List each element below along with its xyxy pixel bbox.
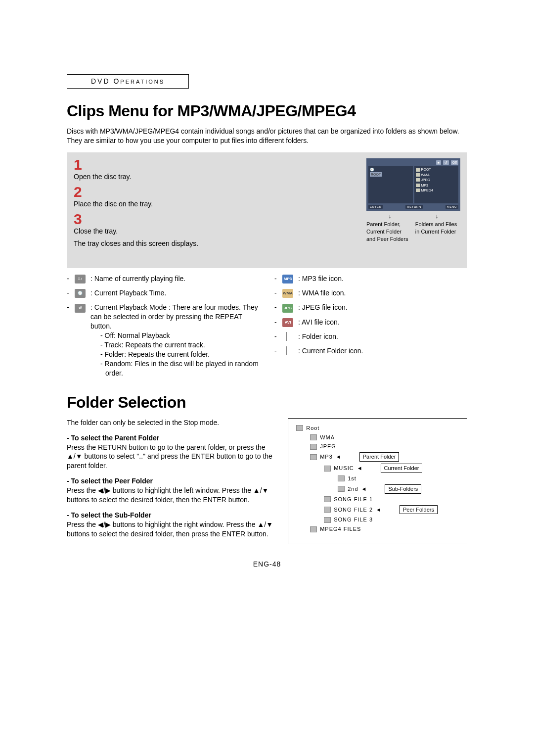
tree-node: 1st: [348, 475, 356, 482]
tree-node: MP3: [320, 453, 333, 461]
tree-node: SONG FILE 1: [334, 496, 373, 503]
tree-node: MUSIC: [334, 465, 354, 472]
folder-icon: [416, 184, 420, 187]
folder-icon: [324, 466, 331, 472]
folder-icon: [310, 434, 317, 440]
mock-enter-label: ENTER: [368, 205, 383, 209]
legend-text: Current Playback Mode : There are four m…: [90, 303, 258, 330]
mock-off-label: Off: [451, 160, 458, 165]
tree-node: SONG FILE 2: [334, 506, 373, 514]
tree-node: JPEG: [320, 443, 336, 450]
callout-parent: Parent Folder: [359, 452, 400, 462]
current-folder-icon: [286, 346, 287, 355]
mock-right-panel: ROOT WMA JPEG MP3 MPEG4: [414, 166, 459, 203]
heading-clips-menu: Clips Menu for MP3/WMA/JPEG/MPEG4: [67, 100, 467, 122]
mock-repeat-icon: ↺: [443, 160, 449, 165]
folder-paragraph: Press the ◀/▶ buttons to highlight the l…: [67, 486, 268, 504]
folder-icon: [416, 178, 420, 182]
tree-node: 2nd: [348, 485, 358, 493]
mock-left-panel: 🕘 ROOT: [368, 166, 413, 203]
folder-icon: [324, 517, 331, 523]
nowplaying-icon: ≡♪: [75, 275, 86, 284]
mp3-icon: MP3: [282, 275, 293, 284]
mock-item: MPEG4: [421, 188, 434, 192]
tree-node: WMA: [320, 434, 335, 441]
mock-root-left: ROOT: [370, 172, 382, 177]
folder-icon: [338, 486, 345, 492]
folder-paragraph: Press the RETURN button to go to the par…: [67, 443, 272, 470]
mock-item: MP3: [421, 183, 428, 188]
tree-node: SONG FILE 3: [334, 516, 373, 523]
arrow-left-icon: ◄: [376, 506, 382, 514]
section-header: DVD OPERATIONS: [67, 74, 189, 89]
mock-item: ROOT: [421, 167, 431, 172]
folder-sub-heading: - To select the Parent Folder: [67, 434, 159, 442]
folder-icon: [324, 507, 331, 513]
legend-text: : AVI file icon.: [298, 318, 340, 327]
mock-menu-label: MENU: [445, 205, 458, 209]
mock-item: JPEG: [421, 178, 430, 182]
tree-node: MPEG4 FILES: [320, 525, 361, 533]
avi-icon: AVI: [282, 318, 293, 327]
page-number: ENG-48: [67, 560, 467, 569]
arrow-left-icon: ◄: [361, 485, 367, 493]
legend-text: Current Playback Time.: [94, 289, 167, 297]
heading-folder-selection: Folder Selection: [67, 392, 467, 413]
folder-icon: [416, 189, 420, 192]
mock-caption-left: Parent Folder, Current Folder and Peer F…: [366, 221, 411, 243]
folder-tree-diagram: Root WMA JPEG MP3◄Parent Folder MUSIC◄Cu…: [288, 418, 467, 544]
steps-panel: 1 Open the disc tray. 2 Place the disc o…: [67, 152, 467, 268]
icon-legend-right: -MP3: MP3 file icon. -WMA: WMA file icon…: [274, 274, 467, 383]
legend-text: : JPEG file icon.: [298, 303, 348, 312]
mock-caption-right: Folders and Files in Current Folder: [415, 221, 460, 243]
intro-paragraph: Discs with MP3/WMA/JPEG/MPEG4 contain in…: [67, 127, 467, 145]
folder-lead: The folder can only be selected in the S…: [67, 418, 275, 427]
folder-icon: [324, 496, 331, 502]
arrow-down-icon: ↓: [435, 212, 439, 221]
wma-icon: WMA: [282, 289, 293, 298]
arrow-left-icon: ◄: [357, 465, 363, 472]
jpeg-icon: JPG: [282, 304, 293, 313]
callout-peer: Peer Folders: [400, 505, 438, 515]
tree-node: Root: [306, 425, 319, 432]
legend-text: : WMA file icon.: [298, 288, 346, 298]
legend-bullet: - Folder: Repeats the current folder.: [105, 350, 260, 359]
callout-sub: Sub-Folders: [385, 484, 421, 494]
legend-text: : MP3 file icon.: [298, 274, 344, 284]
folder-paragraph: Press the ◀/▶ buttons to highlight the r…: [67, 520, 273, 538]
folder-icon: [416, 173, 420, 177]
clock-icon: 🕘: [75, 289, 86, 298]
folder-icon: [296, 425, 303, 431]
legend-text: : Current Folder icon.: [298, 346, 363, 356]
mock-item: WMA: [421, 173, 430, 177]
legend-text: Name of currently playing file.: [94, 275, 185, 283]
folder-sub-heading: - To select the Peer Folder: [67, 477, 153, 485]
arrow-left-icon: ◄: [336, 453, 342, 461]
folder-sub-heading: - To select the Sub-Folder: [67, 511, 151, 519]
player-screen-mock: ■ ↺ Off 🕘 ROOT ROOT WMA JPEG MP3 MPEG4 E…: [366, 158, 460, 243]
mock-return-label: RETURN: [405, 205, 423, 209]
folder-icon: [310, 444, 317, 450]
clock-icon: 🕘: [370, 168, 374, 171]
folder-icon: [338, 475, 345, 481]
legend-text: : Folder icon.: [298, 332, 338, 341]
callout-current: Current Folder: [381, 464, 423, 473]
legend-bullet: - Random: Files in the disc will be play…: [105, 359, 260, 378]
folder-icon: [416, 168, 420, 172]
folder-icon: [310, 526, 317, 532]
arrow-down-icon: ↓: [388, 212, 392, 221]
legend-bullet: - Off: Normal Playback: [105, 331, 260, 340]
section-label-pre: DVD O: [91, 77, 120, 85]
folder-icon: [310, 454, 317, 460]
icon-legend: -≡♪: Name of currently playing file. -🕘:…: [67, 274, 467, 383]
repeat-mode-icon: ↺: [75, 304, 86, 313]
folder-instructions: The folder can only be selected in the S…: [67, 418, 275, 545]
mock-stop-icon: ■: [436, 160, 441, 165]
folder-icon: [286, 332, 287, 341]
icon-legend-left: -≡♪: Name of currently playing file. -🕘:…: [67, 274, 260, 383]
legend-bullet: - Track: Repeats the current track.: [105, 340, 260, 350]
section-label-suf: PERATIONS: [120, 79, 165, 85]
